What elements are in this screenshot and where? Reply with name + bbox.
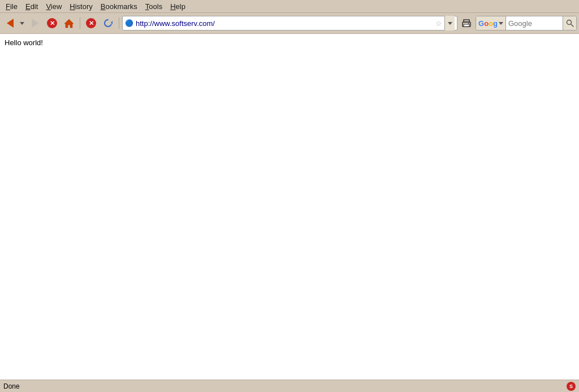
menu-bookmarks[interactable]: Bookmarks	[97, 1, 141, 12]
content-area: Hello world!	[0, 34, 579, 380]
status-text: Done	[3, 382, 20, 390]
address-input[interactable]	[136, 19, 433, 28]
back-nav-group	[2, 15, 26, 31]
toolbar-separator-2	[119, 18, 119, 29]
back-dropdown-button[interactable]	[18, 15, 26, 31]
back-button[interactable]	[2, 15, 18, 31]
search-engine-button[interactable]: Goog	[476, 16, 506, 30]
page-icon: 🔵	[125, 19, 133, 27]
address-dropdown-button[interactable]	[444, 16, 455, 31]
menu-view[interactable]: View	[42, 1, 65, 12]
menu-file[interactable]: File	[2, 1, 21, 12]
svg-rect-4	[464, 20, 469, 22]
search-go-button[interactable]	[563, 16, 576, 31]
print-button[interactable]	[459, 15, 474, 31]
search-go-icon	[566, 19, 574, 27]
svg-line-7	[571, 24, 573, 27]
cancel-icon: ✕	[86, 18, 96, 28]
search-bar-container: Goog	[476, 16, 577, 31]
forward-arrow-icon	[32, 19, 38, 28]
home-button[interactable]	[61, 15, 77, 31]
print-icon	[461, 18, 472, 28]
search-engine-icon: Goog	[478, 19, 498, 28]
back-arrow-icon	[7, 19, 14, 28]
reload-icon	[103, 18, 113, 28]
svg-point-5	[468, 23, 469, 24]
menu-bar: File Edit View History Bookmarks Tools H…	[0, 0, 579, 12]
search-input[interactable]	[506, 19, 563, 28]
address-bar-container: 🔵 ☆	[122, 16, 457, 31]
toolbar: ✕ ✕ 🔵 ☆	[0, 12, 579, 34]
svg-marker-1	[111, 21, 113, 24]
menu-edit[interactable]: Edit	[22, 1, 41, 12]
bookmark-star-icon[interactable]: ☆	[433, 16, 444, 31]
reload-button[interactable]	[100, 15, 116, 31]
svg-rect-3	[464, 24, 469, 27]
cancel-button[interactable]: ✕	[83, 15, 99, 31]
toolbar-separator-1	[80, 18, 80, 29]
status-right: S	[567, 382, 576, 391]
stop-button[interactable]: ✕	[44, 15, 60, 31]
back-chevron-icon	[20, 22, 24, 25]
status-bar: Done S	[0, 380, 579, 392]
home-icon	[64, 18, 74, 28]
search-dropdown-chevron	[499, 22, 503, 25]
page-content-text: Hello world!	[5, 38, 43, 47]
menu-help[interactable]: Help	[167, 1, 189, 12]
stop-icon: ✕	[47, 18, 57, 28]
status-icon: S	[567, 382, 576, 391]
svg-marker-0	[64, 19, 74, 28]
address-bar-group: 🔵 ☆	[122, 16, 457, 31]
menu-tools[interactable]: Tools	[142, 1, 166, 12]
menu-history[interactable]: History	[66, 1, 96, 12]
address-chevron-icon	[448, 22, 452, 25]
forward-button[interactable]	[27, 15, 43, 31]
